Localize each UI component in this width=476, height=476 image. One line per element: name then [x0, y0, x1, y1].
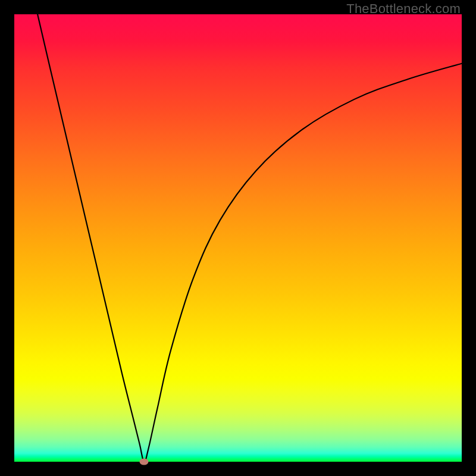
chart-plot-area [14, 14, 462, 462]
watermark-text: TheBottleneck.com [346, 1, 461, 17]
bottleneck-curve [37, 14, 462, 462]
minimum-marker [140, 459, 149, 465]
chart-frame: TheBottleneck.com [0, 0, 476, 476]
chart-curve-svg [14, 14, 462, 462]
